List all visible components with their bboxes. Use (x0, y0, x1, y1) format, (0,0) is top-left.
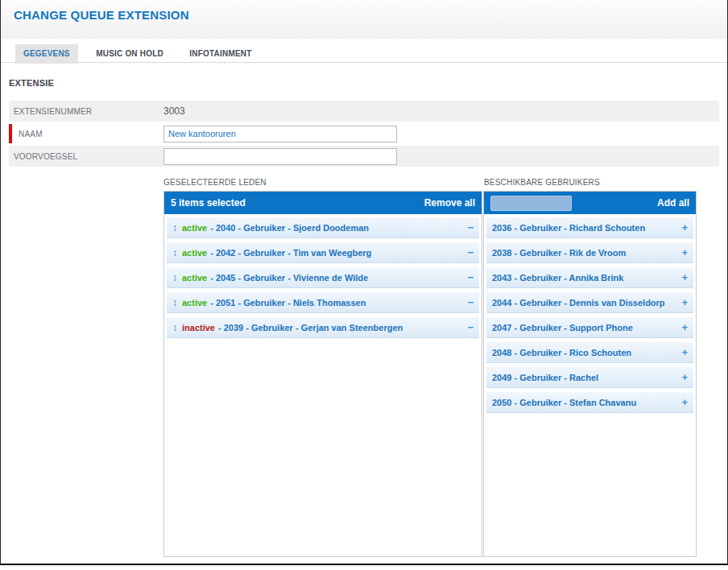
add-user-icon[interactable]: + (676, 296, 688, 308)
drag-handle-icon[interactable]: ↕ (172, 297, 177, 308)
remove-member-icon[interactable]: − (462, 271, 474, 283)
field-row-voorvoegsel: VOORVOEGSEL (9, 146, 719, 167)
required-marker (9, 124, 12, 143)
section-title-extensie: EXTENSIE (9, 78, 727, 88)
user-name: 2048 - Gebruiker - Rico Schouten (492, 348, 676, 357)
add-user-icon[interactable]: + (676, 346, 688, 358)
available-user-row[interactable]: 2044 - Gebruiker - Dennis van Disseldorp… (486, 292, 693, 313)
selected-member-row[interactable]: ↕ active - 2042 - Gebruiker - Tim van We… (167, 242, 479, 263)
member-status: inactive (182, 323, 215, 332)
page-title: CHANGE QUEUE EXTENSION (14, 8, 727, 22)
available-user-row[interactable]: 2050 - Gebruiker - Stefan Chavanu + (486, 392, 693, 413)
user-name: 2036 - Gebruiker - Richard Schouten (492, 223, 676, 233)
tab-music-on-hold[interactable]: MUSIC ON HOLD (88, 44, 172, 64)
member-name: - 2051 - Gebruiker - Niels Thomassen (210, 298, 462, 308)
available-user-row[interactable]: 2047 - Gebruiker - Support Phone + (486, 317, 693, 338)
remove-member-icon[interactable]: − (462, 321, 474, 333)
add-user-icon[interactable]: + (676, 321, 688, 333)
member-status: active (182, 223, 207, 233)
user-name: 2050 - Gebruiker - Stefan Chavanu (492, 398, 676, 407)
change-queue-extension-window: CHANGE QUEUE EXTENSION GEGEVENS MUSIC ON… (0, 0, 728, 565)
selected-member-row[interactable]: ↕ inactive - 2039 - Gebruiker - Gerjan v… (167, 317, 479, 338)
member-name: - 2042 - Gebruiker - Tim van Weegberg (210, 248, 462, 258)
selected-count: 5 items selected (171, 197, 246, 209)
user-name: 2049 - Gebruiker - Rachel (492, 373, 676, 382)
available-user-row[interactable]: 2048 - Gebruiker - Rico Schouten + (486, 342, 693, 363)
selected-member-row[interactable]: ↕ active - 2040 - Gebruiker - Sjoerd Doo… (167, 217, 479, 238)
available-users-header: Add all (484, 192, 696, 214)
user-search-input[interactable] (490, 196, 572, 211)
member-picker: GESELECTEERDE LEDEN BESCHIKBARE GEBRUIKE… (163, 178, 697, 557)
member-status: active (182, 298, 207, 308)
member-status: active (182, 248, 207, 258)
tab-gegevens[interactable]: GEGEVENS (15, 44, 78, 64)
available-user-row[interactable]: 2036 - Gebruiker - Richard Schouten + (486, 217, 693, 238)
drag-handle-icon[interactable]: ↕ (172, 322, 177, 333)
member-name: - 2039 - Gebruiker - Gerjan van Steenber… (218, 323, 462, 332)
remove-member-icon[interactable]: − (462, 246, 474, 258)
selected-members-header: 5 items selected Remove all (164, 192, 482, 214)
available-users-panel: Add all 2036 - Gebruiker - Richard Schou… (483, 191, 697, 557)
remove-member-icon[interactable]: − (462, 221, 474, 233)
available-user-row[interactable]: 2049 - Gebruiker - Rachel + (486, 367, 693, 388)
tab-infotainment[interactable]: INFOTAINMENT (181, 44, 259, 64)
selected-members-label: GESELECTEERDE LEDEN (163, 178, 484, 187)
add-all-button[interactable]: Add all (657, 197, 689, 209)
field-row-extensienummer: EXTENSIENUMMER 3003 (9, 101, 719, 122)
available-user-row[interactable]: 2043 - Gebruiker - Annika Brink + (486, 267, 693, 288)
user-name: 2047 - Gebruiker - Support Phone (492, 323, 676, 332)
user-name: 2043 - Gebruiker - Annika Brink (492, 273, 676, 283)
member-name: - 2040 - Gebruiker - Sjoerd Doodeman (210, 223, 462, 233)
selected-members-panel: 5 items selected Remove all ↕ active - 2… (163, 191, 482, 557)
extensienummer-value: 3003 (163, 105, 185, 117)
available-users-label: BESCHIKBARE GEBRUIKERS (484, 178, 600, 187)
voorvoegsel-label: VOORVOEGSEL (9, 152, 163, 161)
drag-handle-icon[interactable]: ↕ (172, 222, 177, 233)
user-name: 2044 - Gebruiker - Dennis van Disseldorp (492, 298, 676, 308)
add-user-icon[interactable]: + (676, 246, 688, 258)
remove-all-button[interactable]: Remove all (424, 197, 475, 209)
header-band: CHANGE QUEUE EXTENSION (1, 0, 727, 39)
list-labels: GESELECTEERDE LEDEN BESCHIKBARE GEBRUIKE… (163, 178, 697, 187)
drag-handle-icon[interactable]: ↕ (172, 247, 177, 258)
add-user-icon[interactable]: + (676, 221, 688, 233)
remove-member-icon[interactable]: − (462, 296, 474, 308)
add-user-icon[interactable]: + (676, 271, 688, 283)
user-name: 2038 - Gebruiker - Rik de Vroom (492, 248, 676, 258)
tab-bar: GEGEVENS MUSIC ON HOLD INFOTAINMENT (1, 39, 727, 63)
member-name: - 2045 - Gebruiker - Vivienne de Wilde (210, 273, 462, 283)
naam-label: NAAM (9, 130, 163, 138)
field-row-naam: NAAM (9, 123, 719, 144)
available-user-row[interactable]: 2038 - Gebruiker - Rik de Vroom + (486, 242, 693, 263)
member-status: active (182, 273, 207, 283)
selected-member-row[interactable]: ↕ active - 2051 - Gebruiker - Niels Thom… (167, 292, 479, 313)
naam-input[interactable] (163, 126, 397, 142)
add-user-icon[interactable]: + (676, 371, 688, 383)
add-user-icon[interactable]: + (676, 396, 688, 408)
selected-member-row[interactable]: ↕ active - 2045 - Gebruiker - Vivienne d… (167, 267, 479, 288)
drag-handle-icon[interactable]: ↕ (172, 272, 177, 283)
extensienummer-label: EXTENSIENUMMER (9, 107, 163, 116)
voorvoegsel-input[interactable] (163, 148, 397, 165)
extension-form: EXTENSIENUMMER 3003 NAAM VOORVOEGSEL (9, 101, 719, 167)
